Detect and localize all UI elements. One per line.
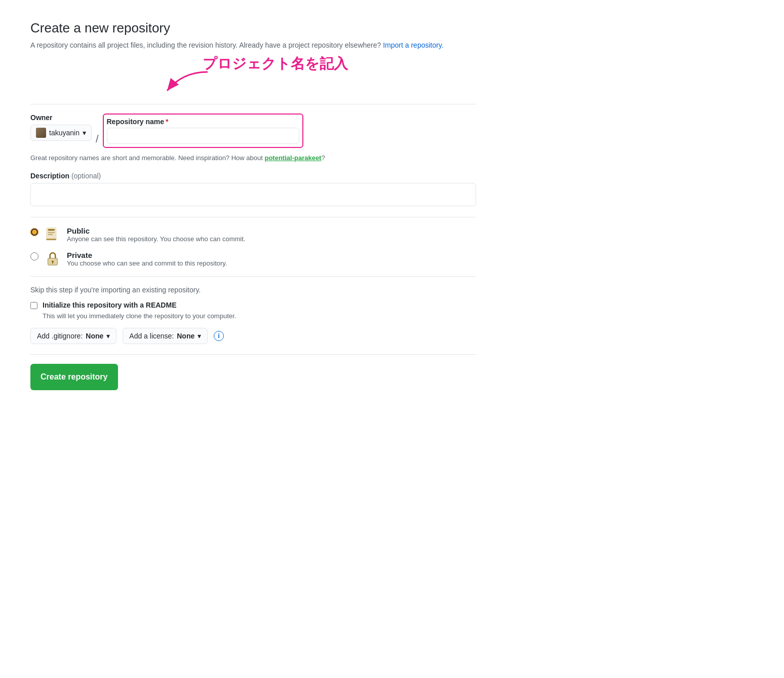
- description-section: Description (optional): [30, 172, 476, 208]
- gitignore-label: Add .gitignore:: [37, 332, 83, 340]
- private-option: Private You choose who can see and commi…: [30, 251, 476, 267]
- private-desc: You choose who can see and commit to thi…: [67, 259, 227, 267]
- private-radio[interactable]: [30, 252, 38, 260]
- readme-checkbox-row: Initialize this repository with a README: [30, 301, 476, 309]
- import-link[interactable]: Import a repository.: [383, 41, 444, 49]
- readme-label: Initialize this repository with a README: [43, 301, 176, 309]
- svg-rect-2: [48, 229, 55, 231]
- svg-point-8: [52, 260, 54, 262]
- license-label: Add a license:: [129, 332, 174, 340]
- svg-rect-4: [48, 234, 53, 235]
- create-repository-button[interactable]: Create repository: [30, 364, 118, 390]
- license-dropdown[interactable]: Add a license: None ▾: [123, 328, 208, 344]
- license-arrow: ▾: [198, 332, 201, 340]
- owner-dropdown-arrow: ▾: [83, 129, 86, 137]
- inspiration-name-link[interactable]: potential-parakeet: [264, 154, 321, 162]
- gitignore-arrow: ▾: [106, 332, 110, 340]
- repo-name-label: Repository name*: [107, 118, 299, 126]
- readme-desc: This will let you immediately clone the …: [43, 312, 476, 320]
- divider-top: [30, 104, 476, 104]
- slash-separator: /: [92, 131, 103, 147]
- public-desc: Anyone can see this repository. You choo…: [67, 235, 245, 243]
- gitignore-dropdown[interactable]: Add .gitignore: None ▾: [30, 328, 116, 344]
- info-icon[interactable]: i: [214, 331, 224, 341]
- description-input[interactable]: [30, 183, 476, 206]
- divider-bottom: [30, 354, 476, 355]
- public-option: Public Anyone can see this repository. Y…: [30, 227, 476, 243]
- repo-name-field-group: Repository name*: [103, 114, 303, 148]
- owner-select-button[interactable]: takuyanin ▾: [30, 125, 92, 141]
- license-value: None: [177, 332, 194, 340]
- visibility-group: Public Anyone can see this repository. Y…: [30, 227, 476, 267]
- inspiration-text: Great repository names are short and mem…: [30, 154, 476, 162]
- annotation-text: プロジェクト名を記入: [203, 54, 348, 73]
- owner-field-group: Owner takuyanin ▾: [30, 114, 92, 141]
- optional-label: (optional): [71, 172, 101, 180]
- gitignore-value: None: [86, 332, 103, 340]
- description-label: Description (optional): [30, 172, 476, 180]
- page-title: Create a new repository: [30, 20, 476, 36]
- svg-rect-6: [46, 239, 56, 240]
- divider-middle: [30, 217, 476, 217]
- skip-text: Skip this step if you're importing an ex…: [30, 286, 476, 294]
- private-text-group: Private You choose who can see and commi…: [67, 251, 227, 267]
- readme-checkbox[interactable]: [30, 302, 37, 309]
- repo-name-input[interactable]: [107, 128, 299, 144]
- public-radio[interactable]: [30, 228, 38, 236]
- private-lock-icon: [45, 251, 61, 267]
- owner-label: Owner: [30, 114, 92, 122]
- owner-username: takuyanin: [49, 129, 80, 137]
- public-repo-icon: [45, 227, 61, 243]
- divider-init: [30, 276, 476, 277]
- required-star: *: [166, 118, 168, 126]
- public-title: Public: [67, 227, 245, 235]
- private-title: Private: [67, 251, 227, 259]
- owner-avatar: [36, 128, 46, 138]
- svg-rect-3: [48, 232, 55, 233]
- dropdowns-row: Add .gitignore: None ▾ Add a license: No…: [30, 328, 476, 344]
- public-text-group: Public Anyone can see this repository. Y…: [67, 227, 245, 243]
- annotation-arrow: [152, 69, 213, 95]
- page-subtitle: A repository contains all project files,…: [30, 41, 476, 49]
- owner-repo-row: Owner takuyanin ▾ / Repository name*: [30, 114, 476, 148]
